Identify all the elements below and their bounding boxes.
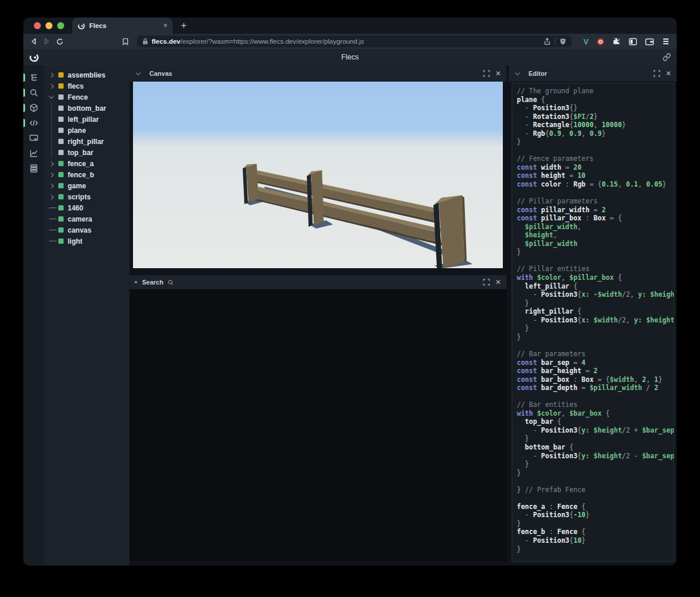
tree-item-top_bar[interactable]: top_bar bbox=[44, 147, 130, 158]
rows-icon[interactable] bbox=[23, 161, 44, 176]
code-icon[interactable] bbox=[23, 115, 44, 131]
editor-panel-title: Editor bbox=[528, 70, 547, 77]
browser-tab[interactable]: Flecs × bbox=[72, 17, 173, 34]
window-controls bbox=[23, 17, 72, 34]
cube-icon[interactable] bbox=[23, 100, 44, 115]
center-column: Canvas ✕ bbox=[130, 65, 506, 566]
tree-item-light[interactable]: light bbox=[44, 236, 130, 247]
new-tab-button[interactable]: + bbox=[181, 20, 187, 31]
chevron-down-icon[interactable] bbox=[49, 94, 54, 99]
tree-item-label: top_bar bbox=[68, 149, 93, 157]
close-window-button[interactable] bbox=[34, 22, 41, 29]
tree-item-1460[interactable]: 1460 bbox=[44, 202, 130, 213]
tree-item-fence_a[interactable]: fence_a bbox=[44, 158, 130, 169]
flecs-favicon bbox=[78, 22, 85, 30]
entity-square-icon bbox=[58, 94, 64, 100]
code-line: - Position3{y: $height/2 - $bar_sep/2} bbox=[517, 452, 669, 461]
code-line: const color : Rgb = {0.15, 0.1, 0.05} bbox=[517, 180, 669, 189]
chevron-down-icon[interactable] bbox=[136, 70, 141, 75]
editor-panel: Editor ✕ // The ground planeplane { - Po… bbox=[509, 65, 677, 566]
tree-item-label: bottom_bar bbox=[68, 104, 106, 113]
entity-square-icon bbox=[58, 139, 64, 144]
url-path: /explorer/?wasm=https://www.flecs.dev/ex… bbox=[180, 38, 364, 45]
tree-item-right_pillar[interactable]: right_pillar bbox=[44, 136, 130, 147]
code-line: - Position3{y: $height/2 + $bar_sep/2} bbox=[517, 426, 669, 435]
code-line: const bar_depth = $pillar_width / 2 bbox=[517, 384, 669, 392]
tree-item-bottom_bar[interactable]: bottom_bar bbox=[44, 103, 130, 114]
canvas-3d-viewport[interactable] bbox=[133, 82, 503, 268]
code-line: - Position3{} bbox=[517, 104, 669, 113]
bookmark-button[interactable] bbox=[122, 38, 129, 45]
fullscreen-icon[interactable] bbox=[653, 70, 660, 77]
dash-icon bbox=[49, 208, 57, 209]
close-panel-icon[interactable]: ✕ bbox=[666, 70, 671, 77]
tree-item-assemblies[interactable]: assemblies bbox=[44, 69, 130, 80]
share-icon[interactable] bbox=[544, 38, 551, 45]
forward-button[interactable] bbox=[43, 38, 50, 45]
app-header: Flecs bbox=[23, 49, 677, 65]
entity-square-icon bbox=[58, 72, 64, 78]
extension-v-icon[interactable]: V bbox=[583, 37, 589, 46]
code-line bbox=[517, 494, 669, 503]
back-button[interactable] bbox=[30, 38, 37, 45]
code-line: - Position3{-10} bbox=[517, 511, 669, 519]
chevron-right-icon[interactable] bbox=[49, 183, 54, 188]
url-bar[interactable]: flecs.dev/explorer/?wasm=https://www.fle… bbox=[137, 36, 572, 47]
fullscreen-icon[interactable] bbox=[483, 70, 490, 77]
panel-dot-icon[interactable] bbox=[135, 281, 137, 283]
extensions-row: V bbox=[580, 37, 670, 46]
tree-item-left_pillar[interactable]: left_pillar bbox=[44, 114, 130, 125]
dash-icon bbox=[49, 230, 57, 231]
sidebar-toggle-icon[interactable] bbox=[629, 38, 637, 45]
chevron-right-icon[interactable] bbox=[49, 72, 54, 77]
chevron-right-icon[interactable] bbox=[49, 172, 54, 177]
chevron-down-icon[interactable] bbox=[515, 70, 520, 75]
brave-shield-icon[interactable] bbox=[559, 38, 566, 45]
code-line bbox=[517, 392, 669, 401]
tree-item-label: camera bbox=[68, 215, 92, 223]
entity-square-icon bbox=[58, 161, 64, 166]
tree-item-plane[interactable]: plane bbox=[44, 125, 130, 136]
code-line: - Position3{x: $width/2, y: $height/2} bbox=[517, 316, 669, 325]
bookmark-icon bbox=[122, 38, 129, 45]
code-line: $height, bbox=[517, 231, 669, 240]
code-line: const bar_box : Box = {$width, 2, 1} bbox=[517, 375, 669, 384]
tree-item-game[interactable]: game bbox=[44, 180, 130, 191]
search-icon[interactable] bbox=[23, 85, 44, 100]
close-panel-icon[interactable]: ✕ bbox=[495, 70, 501, 77]
code-line: const pillar_width = 2 bbox=[517, 206, 669, 215]
code-editor[interactable]: // The ground planeplane { - Position3{}… bbox=[512, 83, 674, 562]
entity-square-icon bbox=[58, 238, 64, 244]
search-results-area bbox=[130, 289, 506, 561]
code-line: const width = 20 bbox=[517, 163, 669, 172]
code-line: // Pillar parameters bbox=[517, 197, 669, 206]
tree-item-scripts[interactable]: scripts bbox=[44, 191, 130, 202]
chevron-right-icon[interactable] bbox=[49, 161, 54, 166]
code-line: with $color, $pillar_box { bbox=[517, 273, 669, 282]
zoom-window-button[interactable] bbox=[57, 22, 64, 29]
close-panel-icon[interactable]: ✕ bbox=[495, 279, 501, 286]
code-line: } bbox=[517, 333, 669, 342]
tree-view-icon[interactable] bbox=[23, 70, 44, 85]
screen-share-icon[interactable] bbox=[23, 131, 44, 146]
code-line: // Pillar entities bbox=[517, 265, 669, 273]
chevron-right-icon[interactable] bbox=[49, 194, 54, 199]
tab-close-icon[interactable]: × bbox=[163, 22, 167, 30]
tree-item-Fence[interactable]: Fence bbox=[44, 92, 130, 103]
editor-panel-header: Editor ✕ bbox=[509, 65, 677, 82]
entity-square-icon bbox=[58, 216, 64, 222]
tree-item-fence_b[interactable]: fence_b bbox=[44, 169, 130, 180]
fullscreen-icon[interactable] bbox=[483, 279, 490, 286]
minimize-window-button[interactable] bbox=[46, 22, 52, 29]
extensions-puzzle-icon[interactable] bbox=[612, 37, 621, 45]
menu-icon[interactable] bbox=[662, 38, 670, 45]
tree-item-camera[interactable]: camera bbox=[44, 213, 130, 224]
wallet-icon[interactable] bbox=[645, 38, 654, 45]
tree-item-flecs[interactable]: flecs bbox=[44, 80, 130, 92]
chart-icon[interactable] bbox=[23, 146, 44, 161]
tree-item-canvas[interactable]: canvas bbox=[44, 224, 130, 236]
code-line: right_pillar { bbox=[517, 307, 669, 316]
chevron-right-icon[interactable] bbox=[49, 83, 54, 88]
reload-button[interactable] bbox=[56, 38, 64, 45]
extension-red-icon[interactable] bbox=[597, 38, 604, 45]
